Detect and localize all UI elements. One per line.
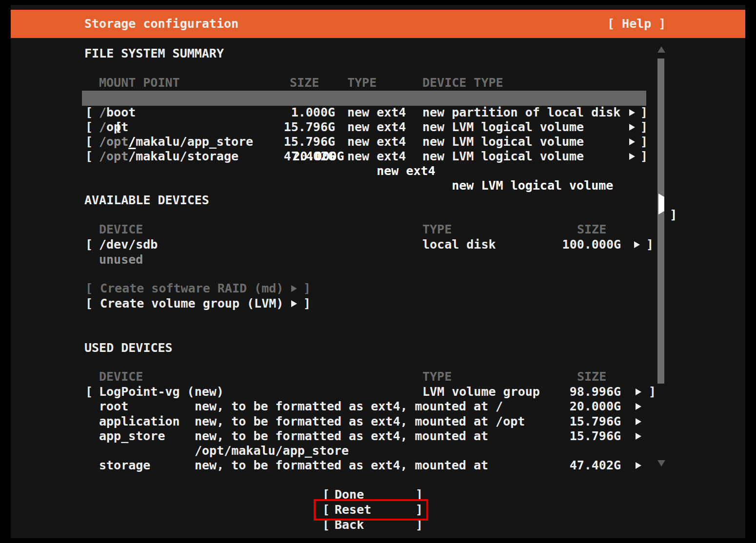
mount-path: boot (106, 105, 136, 119)
expand-arrow-icon (658, 194, 664, 214)
col-type: TYPE (422, 222, 452, 237)
mount-path: /makalu/app_store (128, 135, 253, 149)
used-devices-heading: USED DEVICES (84, 341, 173, 355)
create-volume-group-action[interactable]: [ Create volume group (LVM) ] (0, 296, 756, 311)
device-type: new partition of local disk (422, 105, 620, 120)
expand-arrow-icon (291, 285, 297, 292)
lv-description: new, to be formatted as ext4, mounted at… (195, 399, 503, 414)
page-title: Storage configuration (84, 10, 239, 38)
bracket-close: ] (649, 385, 656, 399)
fs-type: new ext4 (347, 135, 406, 149)
device-type: new LVM logical volume (422, 149, 584, 164)
create-raid-action[interactable]: [ Create software RAID (md) ] (0, 281, 756, 296)
expand-arrow-icon (629, 124, 635, 131)
bracket-open: [ (115, 120, 122, 134)
col-device-type: DEVICE TYPE (422, 76, 503, 90)
expand-arrow-icon (636, 403, 641, 410)
size-value: 20.000G (293, 149, 344, 163)
bracket-open: [ (85, 105, 93, 120)
bracket-open: [ (85, 237, 93, 252)
mount-prefix: / (99, 120, 106, 134)
size-value: 15.796G (532, 429, 621, 444)
lv-description: new, to be formatted as ext4, mounted at (195, 458, 488, 473)
logical-volume-row[interactable]: app_store new, to be formatted as ext4, … (0, 429, 756, 444)
bracket-open: [ (85, 281, 93, 296)
expand-arrow-icon (629, 153, 635, 160)
size-value: 20.000G (532, 399, 621, 414)
bracket-close: ] (640, 149, 648, 164)
available-devices-heading: AVAILABLE DEVICES (84, 193, 209, 208)
bracket-close: ] (303, 281, 311, 296)
volume-group-row[interactable]: [ LogPoint-vg (new) LVM volume group 98.… (0, 385, 756, 399)
col-size: SIZE (577, 222, 606, 237)
installer-screen: Storage configuration [ Help ] FILE SYST… (0, 0, 756, 543)
size-value: 98.996G (532, 385, 621, 399)
scroll-up-icon[interactable] (657, 46, 665, 53)
mount-point: /opt/makalu/storage (99, 149, 239, 164)
bracket-open: [ (85, 135, 93, 149)
device-type: new LVM logical volume (422, 120, 584, 135)
bracket-close: ] (670, 208, 677, 222)
expand-arrow-icon (636, 418, 641, 425)
bracket-close: ] (640, 105, 648, 120)
filesystem-summary-header-row: MOUNT POINT SIZE TYPE DEVICE TYPE (0, 76, 756, 90)
mount-prefix: / (99, 105, 106, 119)
col-size: SIZE (577, 369, 606, 384)
size-value: 100.000G (532, 237, 621, 252)
bracket-close: ] (303, 296, 311, 311)
col-mount-point: MOUNT POINT (99, 76, 180, 90)
action-label: Create software RAID (md) (100, 281, 283, 296)
fs-type: new ext4 (347, 120, 406, 135)
expand-arrow-icon (629, 109, 635, 116)
bracket-close: ] (640, 120, 648, 135)
mount-point: /opt/makalu/app_store (99, 135, 253, 149)
fs-type: new ext4 (347, 149, 406, 164)
scrollbar-thumb[interactable] (657, 58, 664, 384)
fs-type: new ext4 (377, 164, 435, 178)
mount-path: /makalu/storage (128, 149, 239, 163)
size-value: 1.000G (263, 105, 335, 120)
available-device-row[interactable]: [ /dev/sdb local disk 100.000G ] (0, 237, 756, 252)
col-type: TYPE (422, 369, 452, 384)
fs-summary-row[interactable]: [ /boot 1.000G new ext4 new partition of… (0, 105, 756, 120)
device-type: new LVM logical volume (452, 178, 613, 193)
size-value: 47.402G (532, 458, 621, 473)
bracket-close: ] (640, 135, 648, 149)
bracket-open: [ (85, 149, 93, 164)
fs-summary-row[interactable]: [ /opt 15.796G new ext4 new LVM logical … (0, 120, 756, 135)
device-type: new LVM logical volume (422, 135, 584, 149)
device-type: LVM volume group (422, 385, 540, 399)
col-device: DEVICE (99, 222, 143, 237)
size-value: 15.796G (532, 414, 621, 429)
mount-prefix: /opt (99, 149, 128, 163)
fs-summary-row[interactable]: [ / 20.000G new ext4 new LVM logical vol… (0, 91, 756, 105)
expand-arrow-icon (636, 433, 641, 440)
lv-name: storage (99, 458, 150, 473)
filesystem-summary-heading: FILE SYSTEM SUMMARY (84, 46, 224, 61)
lv-description-wrap: /opt/makalu/app_store (195, 444, 349, 458)
size-value: 15.796G (263, 120, 335, 135)
logical-volume-row[interactable]: application new, to be formatted as ext4… (0, 414, 756, 429)
logical-volume-row-continuation: /opt/makalu/app_store (0, 444, 756, 458)
expand-arrow-icon (291, 300, 297, 307)
expand-arrow-icon (636, 462, 641, 469)
size-value: 15.796G (263, 135, 335, 149)
logical-volume-row[interactable]: storage new, to be formatted as ext4, mo… (0, 458, 756, 473)
fs-summary-row[interactable]: [ /opt/makalu/app_store 15.796G new ext4… (0, 135, 756, 149)
lv-name: app_store (99, 429, 165, 444)
help-button[interactable]: [ Help ] (607, 10, 666, 38)
device-name: LogPoint-vg (new) (99, 385, 224, 399)
used-devices-header-row: DEVICE TYPE SIZE (0, 369, 756, 384)
mount-prefix: /opt (99, 135, 128, 149)
bracket-open: [ (85, 296, 93, 311)
fs-summary-row[interactable]: [ /opt/makalu/storage 47.402G new ext4 n… (0, 149, 756, 164)
scroll-down-icon[interactable] (657, 460, 665, 466)
lv-description: new, to be formatted as ext4, mounted at… (195, 414, 525, 429)
expand-arrow-icon (629, 138, 635, 145)
bracket-open: [ (85, 120, 93, 135)
lv-description: new, to be formatted as ext4, mounted at (195, 429, 488, 444)
expand-arrow-icon (634, 241, 640, 248)
logical-volume-row[interactable]: root new, to be formatted as ext4, mount… (0, 399, 756, 414)
mount-point: / (128, 135, 136, 149)
available-devices-header-row: DEVICE TYPE SIZE (0, 222, 756, 237)
